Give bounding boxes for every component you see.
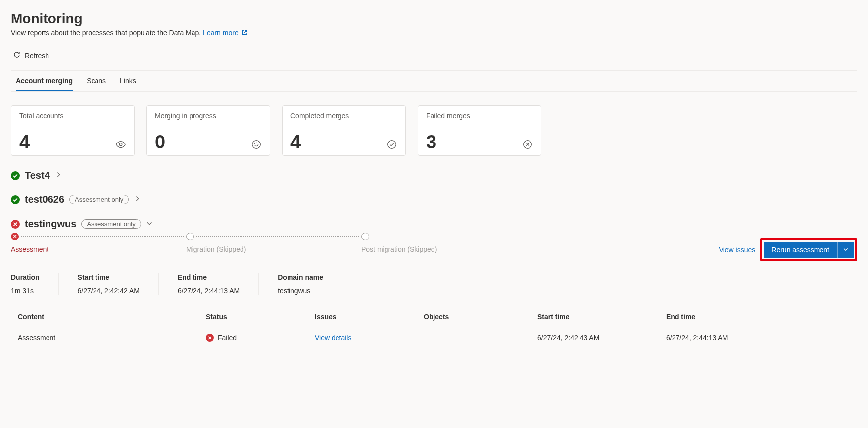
step-label: Migration (Skipped) — [186, 245, 246, 253]
sync-icon — [251, 139, 262, 151]
account-row-test4[interactable]: Test4 — [11, 170, 857, 181]
card-value: 0 — [155, 133, 165, 151]
expanded-account-detail: Assessment Migration (Skipped) Post — [11, 233, 857, 347]
step-dot-error-icon — [11, 233, 19, 240]
end-time-value: 6/27/24, 2:44:13 AM — [178, 287, 240, 295]
duration-label: Duration — [11, 273, 40, 281]
card-value: 3 — [426, 133, 436, 151]
page-title: Monitoring — [11, 11, 857, 27]
rerun-assessment-button[interactable]: Rerun assessment — [764, 242, 838, 258]
chevron-right-icon — [55, 171, 62, 180]
card-label: Completed merges — [290, 112, 397, 120]
summary-cards: Total accounts 4 Merging in progress 0 C… — [11, 105, 857, 156]
svg-point-1 — [252, 141, 261, 149]
assessment-only-badge: Assessment only — [69, 195, 129, 204]
step-dot-icon — [186, 233, 194, 240]
view-issues-link[interactable]: View issues — [719, 246, 756, 254]
learn-more-link[interactable]: Learn more — [203, 29, 247, 37]
refresh-button[interactable]: Refresh — [11, 48, 51, 63]
assessment-only-badge: Assessment only — [81, 219, 141, 229]
card-label: Failed merges — [426, 112, 533, 120]
subtitle-text: View reports about the processes that po… — [11, 29, 203, 37]
tab-links[interactable]: Links — [120, 71, 136, 91]
rerun-assessment-dropdown-button[interactable] — [838, 242, 854, 258]
progress-stepper-row: Assessment Migration (Skipped) Post — [11, 233, 857, 261]
check-circle-icon — [386, 139, 397, 151]
tab-bar: Account merging Scans Links — [11, 71, 857, 92]
refresh-label: Refresh — [25, 52, 49, 60]
status-text: Failed — [218, 334, 237, 342]
card-completed-merges[interactable]: Completed merges 4 — [282, 105, 406, 156]
rerun-assessment-split-button: Rerun assessment — [764, 242, 854, 258]
col-end-time[interactable]: End time — [666, 313, 850, 321]
chevron-right-icon — [134, 195, 141, 204]
domain-name-label: Domain name — [278, 273, 323, 281]
domain-name-value: testingwus — [278, 287, 323, 295]
duration-value: 1m 31s — [11, 287, 40, 295]
table-row: Assessment ✕ Failed View details 6/27/24… — [11, 326, 857, 347]
step-post-migration: Post migration (Skipped) — [361, 233, 437, 253]
card-value: 4 — [290, 133, 301, 151]
highlight-annotation: Rerun assessment — [760, 238, 857, 261]
success-icon — [11, 171, 20, 180]
detail-table: Content Status Issues Objects Start time… — [11, 308, 857, 347]
refresh-icon — [13, 51, 21, 60]
tab-account-merging[interactable]: Account merging — [16, 71, 73, 91]
x-circle-icon — [522, 139, 533, 151]
cell-start-time: 6/27/24, 2:42:43 AM — [537, 334, 666, 342]
col-objects[interactable]: Objects — [424, 313, 537, 321]
col-content[interactable]: Content — [18, 313, 206, 321]
col-start-time[interactable]: Start time — [537, 313, 666, 321]
cell-end-time: 6/27/24, 2:44:13 AM — [666, 334, 850, 342]
step-migration: Migration (Skipped) — [186, 233, 361, 253]
eye-icon — [115, 139, 126, 151]
step-assessment: Assessment — [11, 233, 186, 253]
success-icon — [11, 195, 20, 204]
account-row-test0626[interactable]: test0626 Assessment only — [11, 194, 857, 205]
end-time-label: End time — [178, 273, 240, 281]
card-merging-in-progress[interactable]: Merging in progress 0 — [146, 105, 270, 156]
start-time-value: 6/27/24, 2:42:42 AM — [78, 287, 140, 295]
tab-scans[interactable]: Scans — [87, 71, 106, 91]
svg-point-0 — [119, 143, 122, 146]
step-connector — [196, 236, 359, 237]
cell-status: ✕ Failed — [206, 334, 315, 342]
col-issues[interactable]: Issues — [315, 313, 424, 321]
external-link-icon — [241, 29, 248, 37]
start-time-label: Start time — [78, 273, 140, 281]
error-icon: ✕ — [206, 334, 214, 342]
account-name: Test4 — [25, 170, 50, 181]
accounts-list: Test4 test0626 Assessment only testingwu… — [11, 170, 857, 347]
cell-content: Assessment — [18, 334, 206, 342]
step-label: Post migration (Skipped) — [361, 245, 437, 253]
progress-steps: Assessment Migration (Skipped) Post — [11, 233, 437, 253]
svg-point-2 — [388, 141, 396, 149]
table-header-row: Content Status Issues Objects Start time… — [11, 308, 857, 326]
detail-summary-grid: Duration 1m 31s Start time 6/27/24, 2:42… — [11, 273, 857, 295]
view-details-link[interactable]: View details — [315, 334, 351, 342]
account-row-testingwus[interactable]: testingwus Assessment only — [11, 218, 857, 230]
card-label: Merging in progress — [155, 112, 262, 120]
chevron-down-icon — [146, 220, 153, 228]
card-value: 4 — [19, 133, 30, 151]
step-dot-icon — [361, 233, 369, 240]
action-bar: View issues Rerun assessment — [719, 233, 857, 261]
step-label: Assessment — [11, 245, 48, 253]
account-name: testingwus — [25, 218, 76, 230]
card-label: Total accounts — [19, 112, 126, 120]
card-failed-merges[interactable]: Failed merges 3 — [418, 105, 541, 156]
col-status[interactable]: Status — [206, 313, 315, 321]
page-subtitle: View reports about the processes that po… — [11, 29, 857, 37]
chevron-down-icon — [843, 246, 849, 254]
error-icon — [11, 220, 20, 229]
account-name: test0626 — [25, 194, 64, 205]
card-total-accounts[interactable]: Total accounts 4 — [11, 105, 135, 156]
step-connector — [21, 236, 184, 237]
command-bar: Refresh — [11, 48, 857, 71]
